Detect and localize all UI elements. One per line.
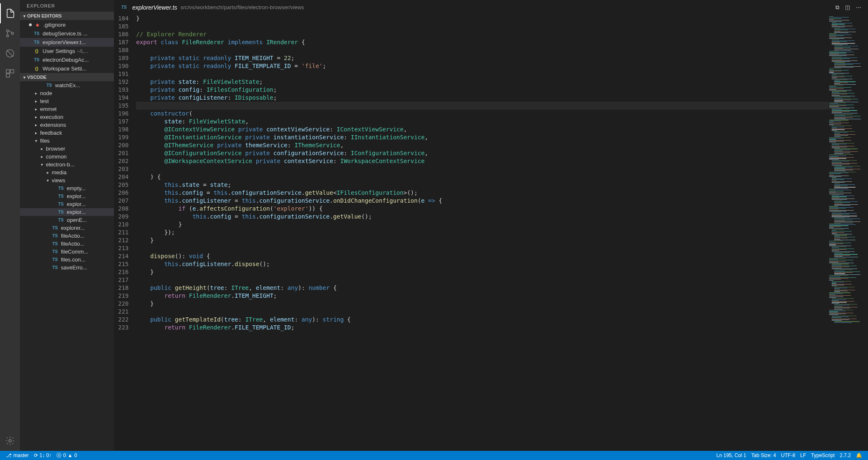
tree-item[interactable]: ▸execution [20, 113, 114, 121]
tree-item[interactable]: ▸test [20, 97, 114, 105]
status-eol[interactable]: LF [798, 452, 809, 458]
file-icon: TS [58, 186, 64, 191]
tree-item[interactable]: TSopenE... [20, 216, 114, 224]
sidebar-explorer: EXPLORER ▾ OPEN EDITORS ●◆.gitignoreTSde… [20, 0, 114, 451]
file-icon: {} [33, 49, 40, 53]
status-tabsize[interactable]: Tab Size: 4 [749, 452, 778, 458]
bell-icon: 🔔 [856, 452, 862, 458]
editor-area: TS explorerViewer.ts src/vs/workbench/pa… [114, 0, 868, 451]
code-editor[interactable]: }// Explorer Rendererexport class FileRe… [136, 15, 828, 451]
warning-icon: ▲ [68, 452, 73, 458]
file-icon: TS [33, 31, 40, 36]
status-branch[interactable]: ⎇master [3, 452, 31, 458]
open-editor-item[interactable]: TSexplorerViewer.t... [20, 38, 114, 47]
tree-label: fileActio... [61, 241, 84, 247]
typescript-icon: TS [121, 5, 127, 10]
editor-path: src/vs/workbench/parts/files/electron-br… [180, 4, 304, 10]
activity-settings[interactable] [0, 431, 20, 451]
status-linecol[interactable]: Ln 195, Col 1 [714, 452, 749, 458]
compare-icon[interactable]: ⧉ [835, 4, 839, 11]
status-version[interactable]: 2.7.2 [837, 452, 853, 458]
tree-label: explor... [67, 209, 86, 215]
activity-extensions[interactable] [0, 63, 20, 83]
tree-label: files.con... [61, 256, 86, 263]
tree-item[interactable]: TSwatchEx... [20, 81, 114, 89]
more-icon[interactable]: ⋯ [856, 4, 861, 11]
status-feedback[interactable]: 🔔 [853, 452, 865, 458]
open-editor-item[interactable]: TSdebugService.ts ... [20, 29, 114, 38]
chevron-icon: ▸ [35, 99, 40, 103]
file-icon: ◆ [34, 23, 41, 27]
svg-rect-6 [6, 74, 10, 77]
chevron-icon: ▸ [35, 91, 40, 96]
workspace-header[interactable]: ▾ VSCODE [20, 73, 114, 81]
file-icon: TS [52, 234, 58, 238]
open-editors-header[interactable]: ▾ OPEN EDITORS [20, 12, 114, 20]
file-icon: TS [52, 265, 58, 270]
activity-explorer[interactable] [0, 3, 20, 23]
open-editor-item[interactable]: {}User Settings~/L... [20, 47, 114, 55]
chevron-down-icon: ▾ [23, 75, 25, 80]
editor-tabs: TS explorerViewer.ts src/vs/workbench/pa… [114, 0, 868, 15]
dirty-icon: ● [28, 21, 33, 28]
tree-item[interactable]: ▸common [20, 153, 114, 161]
split-editor-icon[interactable]: ◫ [845, 4, 850, 11]
status-language[interactable]: TypeScript [809, 452, 838, 458]
minimap[interactable] [828, 15, 868, 451]
tree-label: saveErro... [61, 264, 87, 271]
tree-item[interactable]: TSfileActio... [20, 232, 114, 240]
tree-item[interactable]: TSfiles.con... [20, 256, 114, 264]
tree-item[interactable]: ▾views [20, 176, 114, 184]
tree-label: common [46, 153, 67, 160]
file-icon: TS [52, 249, 58, 254]
tree-item[interactable]: ▾files [20, 137, 114, 145]
branch-icon: ⎇ [6, 452, 12, 458]
activity-bar [0, 0, 20, 451]
open-editor-item[interactable]: ●◆.gitignore [20, 20, 114, 29]
chevron-icon: ▸ [35, 107, 40, 111]
tree-label: emmet [40, 106, 57, 112]
chevron-icon: ▸ [41, 154, 46, 159]
tree-item[interactable]: ▾electron-b... [20, 161, 114, 168]
tree-item[interactable]: ▸node [20, 89, 114, 97]
tree-item[interactable]: TSsaveErro... [20, 264, 114, 271]
file-name: debugService.ts ... [43, 30, 88, 37]
tree-label: test [40, 98, 49, 104]
status-sync[interactable]: ⟳1↓ 0↑ [31, 452, 54, 458]
activity-debug[interactable] [0, 43, 20, 63]
file-icon: TS [58, 210, 64, 214]
tree-label: views [52, 177, 66, 183]
open-editor-item[interactable]: {}Workspace Setti... [20, 64, 114, 73]
line-gutter[interactable]: 1841851861871881891901911921931941951961… [114, 15, 136, 451]
status-problems[interactable]: ⓧ0▲0 [54, 452, 79, 459]
tree-item[interactable]: ▸media [20, 168, 114, 176]
chevron-icon: ▸ [35, 131, 40, 135]
tree-item[interactable]: TSfileComm... [20, 248, 114, 256]
chevron-icon: ▸ [47, 170, 52, 175]
file-icon: TS [33, 40, 40, 45]
tree-label: files [40, 138, 50, 144]
tree-item[interactable]: ▸extensions [20, 121, 114, 129]
tree-item[interactable]: TSexplorer... [20, 224, 114, 232]
activity-scm[interactable] [0, 23, 20, 43]
tree-item[interactable]: TSexplor... [20, 200, 114, 208]
tree-item[interactable]: ▸browser [20, 145, 114, 153]
tree-item[interactable]: TSexplor... [20, 192, 114, 200]
editor-tab-active[interactable]: TS explorerViewer.ts src/vs/workbench/pa… [117, 4, 308, 11]
tree-item[interactable]: TSempty... [20, 184, 114, 192]
tree-item[interactable]: TSfileActio... [20, 240, 114, 248]
tree-label: node [40, 90, 52, 96]
open-editor-item[interactable]: TSelectronDebugAc... [20, 55, 114, 64]
tree-item[interactable]: ▸emmet [20, 105, 114, 113]
file-icon: TS [58, 194, 64, 199]
error-icon: ⓧ [56, 452, 61, 459]
tree-label: fileComm... [61, 249, 88, 255]
status-encoding[interactable]: UTF-8 [779, 452, 798, 458]
file-name: electronDebugAc... [43, 57, 89, 63]
file-meta: ~/L... [77, 48, 88, 54]
tree-label: openE... [67, 217, 87, 223]
file-icon: TS [52, 241, 58, 246]
file-icon: TS [58, 202, 64, 206]
tree-item[interactable]: ▸feedback [20, 129, 114, 137]
tree-item[interactable]: TSexplor... [20, 208, 114, 216]
